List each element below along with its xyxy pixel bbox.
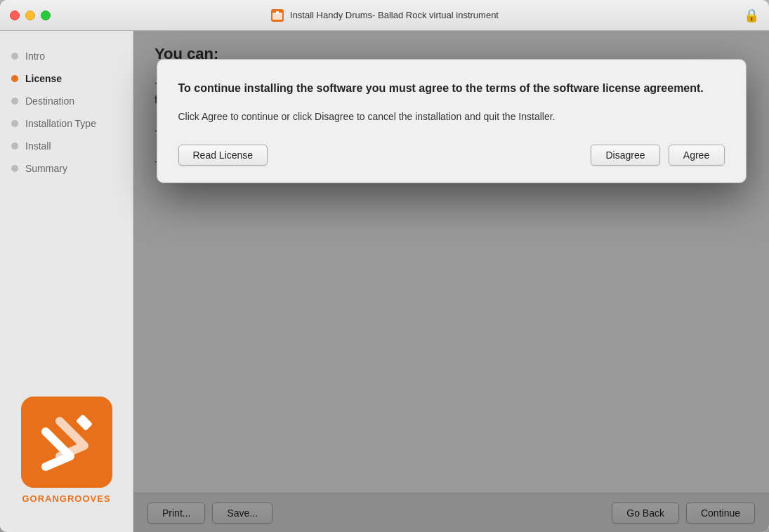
svg-rect-2 [276,11,279,14]
modal-buttons-right: Disagree Agree [591,145,724,166]
sidebar-item-license[interactable]: License [0,67,133,90]
sidebar-dot-installation-type [11,120,18,127]
modal-overlay: To continue installing the software you … [133,31,769,532]
agree-button[interactable]: Agree [669,145,725,166]
read-license-button[interactable]: Read License [178,145,268,166]
window-controls [10,11,51,20]
svg-rect-3 [75,414,92,431]
logo-box [21,397,112,488]
sidebar-item-intro[interactable]: Intro [0,45,133,67]
titlebar: Install Handy Drums- Ballad Rock virtual… [0,0,769,31]
sidebar-dot-summary [11,165,18,172]
close-button[interactable] [10,11,20,20]
modal-buttons: Read License Disagree Agree [178,145,725,166]
package-icon [270,8,284,22]
sidebar-logo: GORANGROOVES [0,383,133,518]
sidebar-dot-install [11,142,18,149]
titlebar-title: Install Handy Drums- Ballad Rock virtual… [270,8,499,22]
logo-text: GORANGROOVES [22,493,110,504]
maximize-button[interactable] [41,11,51,20]
content-panel: You can: - Use the plugin and the includ… [133,31,769,532]
sidebar-item-destination[interactable]: Destination [0,90,133,112]
sidebar-item-installation-type[interactable]: Installation Type [0,112,133,135]
sidebar-item-summary[interactable]: Summary [0,157,133,180]
installer-window: Install Handy Drums- Ballad Rock virtual… [0,0,769,532]
sidebar: Intro License Destination Installation T… [0,31,133,532]
sidebar-dot-license [11,75,18,82]
disagree-button[interactable]: Disagree [591,145,659,166]
sidebar-dot-destination [11,98,18,105]
modal-title: To continue installing the software you … [178,81,725,96]
modal-dialog: To continue installing the software you … [157,59,747,183]
minimize-button[interactable] [25,11,35,20]
sidebar-item-install[interactable]: Install [0,135,133,157]
sidebar-dot-intro [11,53,18,60]
lock-icon: 🔒 [744,8,759,23]
logo-icon [32,407,102,477]
modal-body: Click Agree to continue or click Disagre… [178,109,725,124]
main-content: Intro License Destination Installation T… [0,31,769,532]
